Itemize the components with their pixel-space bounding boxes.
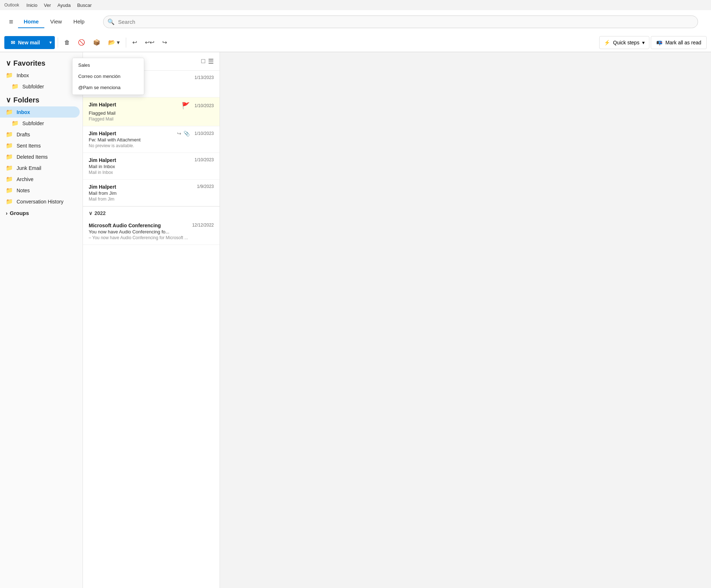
title-nav: Inicio Ver Ayuda Buscar (26, 3, 92, 8)
email-item-flagged[interactable]: Jim Halpert 🚩 1/10/2023 Flagged Mail Fla… (83, 97, 220, 126)
sidebar-item-subfolder-fav[interactable]: 📁 Subfolder (0, 81, 80, 92)
sidebar-item-inbox-fav[interactable]: 📁 Inbox (0, 70, 80, 81)
sidebar-item-inbox[interactable]: 📁 Inbox (0, 106, 80, 118)
sidebar-subfolder-label: Subfolder (22, 120, 44, 126)
reply-all-button[interactable]: ↩↩ (142, 36, 158, 49)
chevron-down-icon: ∨ (6, 59, 11, 67)
sidebar-item-notes[interactable]: 📁 Notes (0, 185, 80, 196)
email-preview: Mail from Jim (89, 197, 214, 202)
quick-steps-button[interactable]: ⚡ Quick steps ▾ (599, 36, 649, 49)
email-header: Jim Halpert 1/9/2023 (89, 184, 214, 190)
email-list-actions: □ ☰ (201, 57, 214, 65)
sidebar-item-junk[interactable]: 📁 Junk Email (0, 162, 80, 174)
email-header: Microsoft Audio Conferencing 12/12/2022 (89, 223, 214, 228)
sidebar-item-archive[interactable]: 📁 Archive (0, 174, 80, 185)
new-mail-dropdown-button[interactable]: ▾ (47, 36, 55, 49)
sidebar-fav-subfolder-label: Subfolder (22, 84, 44, 89)
email-item-audio-conf[interactable]: Microsoft Audio Conferencing 12/12/2022 … (83, 218, 220, 245)
year-2022-header[interactable]: ∨ 2022 (83, 206, 220, 218)
sidebar-item-subfolder[interactable]: 📁 Subfolder (0, 118, 80, 129)
sidebar-inbox-label: Inbox (17, 109, 30, 115)
dropdown-item-pam[interactable]: @Pam se menciona (72, 82, 144, 93)
email-header: Jim Halpert 🚩 1/10/2023 (89, 102, 214, 110)
junk-icon: 📁 (6, 164, 13, 171)
nav-ver[interactable]: Ver (44, 3, 51, 8)
sidebar-fav-inbox-label: Inbox (17, 73, 29, 78)
mark-read-icon: 📭 (656, 40, 662, 45)
folders-chevron-icon: ∨ (6, 96, 11, 104)
email-item-attachment[interactable]: Jim Halpert ↪ 📎 1/10/2023 Fw: Mail with … (83, 126, 220, 153)
folder-icon: 📁 (6, 72, 13, 79)
email-preview: Flagged Mail (89, 117, 214, 122)
groups-chevron-icon: › (6, 210, 8, 216)
search-bar: 🔍 (103, 16, 698, 28)
tabs-group: ≡ Home View Help (6, 15, 90, 28)
tab-home[interactable]: Home (18, 16, 45, 28)
sidebar-item-conv-history[interactable]: 📁 Conversation History (0, 196, 80, 207)
tab-help[interactable]: Help (68, 16, 90, 28)
archive-icon: 📁 (6, 176, 13, 183)
sent-icon: 📁 (6, 142, 13, 149)
move-button[interactable]: 📂 ▾ (105, 36, 123, 49)
new-mail-button[interactable]: ✉ New mail (4, 36, 47, 49)
sidebar: ∨ Favorites 📁 Inbox 📁 Subfolder ∨ Folder… (0, 52, 83, 588)
email-date: 1/10/2023 (195, 103, 214, 108)
folders-label: Folders (13, 96, 39, 104)
email-date: 12/12/2022 (192, 223, 214, 228)
email-preview: – You now have Audio Conferencing for Mi… (89, 235, 214, 240)
search-input[interactable] (103, 16, 698, 28)
email-date: 1/10/2023 (195, 157, 214, 162)
email-item-from-jim[interactable]: Jim Halpert 1/9/2023 Mail from Jim Mail … (83, 180, 220, 206)
sidebar-sent-label: Sent Items (17, 143, 41, 149)
tab-view[interactable]: View (44, 16, 67, 28)
hamburger-button[interactable]: ≡ (6, 15, 17, 28)
search-icon: 🔍 (107, 18, 115, 25)
nav-ayuda[interactable]: Ayuda (57, 3, 71, 8)
sidebar-drafts-label: Drafts (17, 132, 30, 137)
mark-all-read-button[interactable]: 📭 Mark all as read (651, 36, 707, 49)
forward-button[interactable]: ↪ (159, 36, 170, 49)
filter-icon[interactable]: ☰ (208, 57, 214, 65)
favorites-section-header[interactable]: ∨ Favorites (0, 55, 83, 70)
email-date: 1/13/2023 (195, 75, 214, 80)
folder-icon: 📁 (12, 83, 19, 90)
email-date: 1/9/2023 (197, 184, 214, 189)
junk-button[interactable]: 🚫 (75, 36, 88, 49)
email-header: Jim Halpert 1/10/2023 (89, 157, 214, 163)
sidebar-notes-label: Notes (17, 188, 30, 193)
dropdown-item-sales[interactable]: Sales (72, 60, 144, 71)
forward-icon: ↪ (177, 131, 181, 136)
archive-button[interactable]: 📦 (90, 36, 103, 49)
ribbon-tabs: Home View Help (18, 16, 90, 28)
sidebar-item-sent[interactable]: 📁 Sent Items (0, 140, 80, 151)
nav-buscar[interactable]: Buscar (77, 3, 92, 8)
sidebar-item-deleted[interactable]: 📁 Deleted Items (0, 151, 80, 162)
email-subject: Mail in Inbox (89, 164, 214, 169)
folders-section-header[interactable]: ∨ Folders (0, 92, 83, 106)
reply-button[interactable]: ↩ (129, 36, 140, 49)
flag-icon: 🚩 (182, 102, 190, 110)
ribbon: ≡ Home View Help 🔍 ✉ New mail ▾ 🗑 � (0, 10, 711, 52)
select-all-icon[interactable]: □ (201, 57, 205, 65)
nav-inicio[interactable]: Inicio (26, 3, 37, 8)
quick-steps-chevron-icon: ▾ (642, 40, 645, 45)
new-mail-icon: ✉ (11, 40, 15, 45)
new-mail-group: ✉ New mail ▾ (4, 36, 55, 49)
title-bar: Outlook Inicio Ver Ayuda Buscar (0, 0, 711, 10)
quick-steps-label: Quick steps (613, 40, 639, 45)
email-subject: Mail from Jim (89, 190, 214, 196)
email-preview: Mail in Inbox (89, 170, 214, 175)
dropdown-item-mail-mention[interactable]: Correo con mención (72, 71, 144, 82)
delete-button[interactable]: 🗑 (61, 36, 73, 49)
main-layout: ∨ Favorites 📁 Inbox 📁 Subfolder ∨ Folder… (0, 52, 711, 588)
dropdown-menu: Sales Correo con mención @Pam se mencion… (72, 58, 144, 95)
favorites-label: Favorites (13, 59, 45, 67)
new-mail-label: New mail (18, 40, 40, 45)
email-item-inbox-mail[interactable]: Jim Halpert 1/10/2023 Mail in Inbox Mail… (83, 153, 220, 180)
email-sender: Jim Halpert (89, 131, 116, 136)
groups-section-header[interactable]: › Groups (0, 207, 83, 218)
sidebar-deleted-label: Deleted Items (17, 154, 48, 160)
sidebar-item-drafts[interactable]: 📁 Drafts (0, 129, 80, 140)
inbox-folder-icon: 📁 (6, 109, 13, 115)
email-preview: No preview is available. (89, 143, 214, 148)
